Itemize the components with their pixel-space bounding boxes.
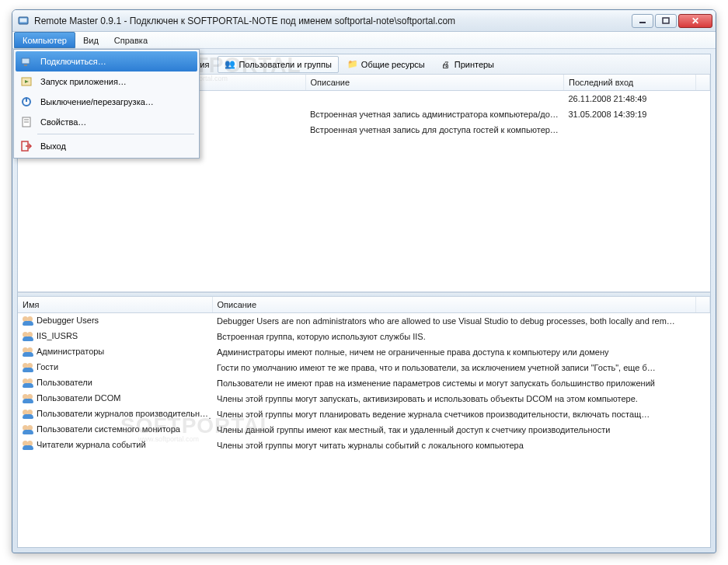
col-last[interactable]: Последний вход (564, 75, 696, 91)
cell-name: Администраторы (37, 347, 104, 356)
menu-separator (37, 134, 194, 134)
maximize-button[interactable] (655, 14, 677, 28)
menu-help[interactable]: Справка (106, 32, 155, 48)
group-icon (23, 408, 33, 419)
svg-rect-5 (24, 65, 27, 66)
close-button[interactable]: ✕ (678, 14, 712, 28)
app-icon (17, 15, 30, 27)
cell-desc: Гости по умолчанию имеют те же права, чт… (212, 360, 696, 375)
group-icon (23, 346, 33, 357)
cell-name: Пользователи DCOM (37, 393, 120, 403)
printer-icon: 🖨 (441, 59, 451, 70)
col-spacer (696, 297, 710, 313)
cell-name: Гости (37, 362, 58, 371)
table-row[interactable]: Пользователи DCOMЧлены этой группы могут… (18, 391, 710, 406)
table-row[interactable]: ГостиГости по умолчанию имеют те же прав… (18, 360, 710, 375)
tab-users-groups[interactable]: 👥Пользователи и группы (218, 56, 338, 73)
group-icon (23, 315, 33, 326)
cell-last: 31.05.2008 14:39:19 (564, 106, 696, 122)
cell-desc: Встроенная учетная запись для доступа го… (305, 122, 564, 138)
col-name[interactable]: Имя (18, 297, 212, 313)
cell-name: Пользователи журналов производительн… (37, 409, 208, 418)
cell-desc: Члены данной группы имеют как местный, т… (212, 422, 696, 438)
col-desc[interactable]: Описание (212, 297, 696, 313)
cell-desc (305, 91, 564, 107)
group-icon (23, 392, 33, 403)
power-icon (20, 96, 33, 108)
cell-last (564, 122, 696, 138)
computer-menu-dropdown: Подключиться… Запуск приложения… Выключе… (13, 49, 200, 159)
cell-name: Debugger Users (37, 316, 99, 325)
users-icon: 👥 (225, 59, 235, 70)
table-row[interactable]: Читатели журнала событийЧлены этой групп… (18, 438, 710, 453)
cell-name: IIS_IUSRS (37, 331, 78, 340)
table-row[interactable]: ПользователиПользователи не имеют прав н… (18, 375, 710, 391)
minimize-button[interactable] (632, 14, 653, 28)
group-icon (23, 377, 33, 388)
properties-icon (20, 116, 33, 128)
svg-rect-4 (22, 58, 30, 64)
folder-icon: 📁 (347, 59, 358, 70)
cell-desc: Пользователи не имеют прав на изменение … (212, 375, 696, 391)
group-icon (23, 439, 33, 450)
cell-desc: Члены этой группы могут запускать, актив… (212, 391, 696, 406)
cell-last: 26.11.2008 21:48:49 (564, 91, 696, 107)
cell-name: Пользователи системного монитора (37, 424, 180, 434)
cell-desc: Встроенная учетная запись администратора… (305, 106, 564, 122)
cell-desc: Встроенная группа, которую используют сл… (212, 329, 696, 344)
window-controls: ✕ (632, 14, 712, 28)
titlebar: Remote Master 0.9.1 - Подключен к SOFTPO… (12, 10, 716, 32)
exit-icon (20, 140, 33, 152)
groups-table[interactable]: Имя Описание Debugger UsersDebugger User… (18, 297, 710, 453)
col-spacer (696, 75, 710, 91)
tab-shares[interactable]: 📁Общие ресурсы (340, 56, 432, 73)
cell-name: Пользователи (37, 378, 92, 387)
tab-printers[interactable]: 🖨Принтеры (434, 56, 501, 73)
menu-computer[interactable]: Компьютер (14, 32, 75, 48)
group-icon (23, 330, 33, 341)
table-row[interactable]: IIS_IUSRSВстроенная группа, которую испо… (18, 329, 710, 344)
group-icon (23, 361, 33, 372)
menu-connect[interactable]: Подключиться… (16, 51, 197, 71)
svg-rect-1 (20, 18, 27, 22)
cell-desc: Члены этой группы могут планировать веде… (212, 406, 696, 422)
cell-desc: Debugger Users are non administrators wh… (212, 313, 696, 330)
menu-properties[interactable]: Свойства… (16, 112, 197, 132)
run-icon (20, 75, 33, 88)
menu-view[interactable]: Вид (75, 32, 106, 48)
menu-shutdown[interactable]: Выключение/перезагрузка… (16, 92, 197, 112)
menubar: Компьютер Вид Справка (12, 32, 716, 49)
menu-exit[interactable]: Выход (16, 136, 197, 156)
table-row[interactable]: Debugger UsersDebugger Users are non adm… (18, 313, 710, 330)
cell-name: Читатели журнала событий (37, 440, 146, 449)
svg-rect-3 (663, 18, 669, 23)
table-row[interactable]: АдминистраторыАдминистраторы имеют полны… (18, 344, 710, 360)
table-row[interactable]: Пользователи системного монитораЧлены да… (18, 422, 710, 438)
group-icon (23, 424, 33, 434)
groups-panel: Имя Описание Debugger UsersDebugger User… (18, 297, 710, 547)
menu-run-app[interactable]: Запуск приложения… (16, 71, 197, 92)
table-row[interactable]: Пользователи журналов производительн…Чле… (18, 406, 710, 422)
cell-desc: Члены этой группы могут читать журналы с… (212, 438, 696, 453)
connect-icon (20, 55, 33, 68)
window-title: Remote Master 0.9.1 - Подключен к SOFTPO… (34, 16, 632, 26)
cell-desc: Администраторы имеют полные, ничем не ог… (212, 344, 696, 360)
col-desc[interactable]: Описание (305, 75, 564, 91)
